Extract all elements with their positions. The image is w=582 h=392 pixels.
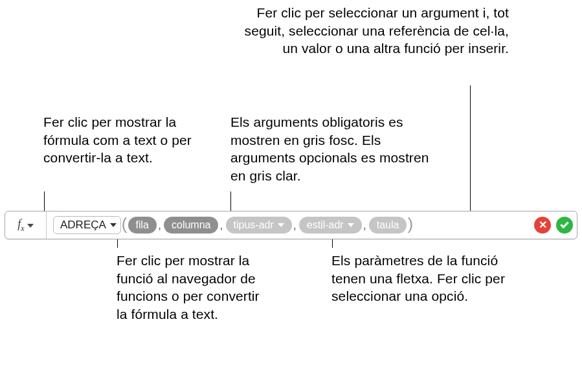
- check-icon: [560, 220, 568, 228]
- leader-line: [470, 85, 471, 212]
- leader-line: [230, 191, 231, 213]
- arg-label: tipus-adr: [234, 219, 274, 231]
- chevron-down-icon: [27, 224, 34, 228]
- formula-actions: ✕: [530, 217, 573, 234]
- arg-token-tipus-adr[interactable]: tipus-adr: [226, 217, 292, 234]
- fx-menu-button[interactable]: fx: [5, 212, 47, 239]
- close-paren: ): [407, 214, 414, 234]
- callout-param-dropdown: Els paràmetres de la funció tenen una fl…: [331, 252, 519, 305]
- callout-arg-insert: Fer clic per seleccionar un argument i, …: [237, 4, 509, 58]
- fx-icon: fx: [17, 218, 24, 232]
- callout-fx-menu: Fer clic per mostrar la fórmula com a te…: [43, 113, 202, 167]
- arg-token-fila[interactable]: fila: [128, 217, 157, 234]
- arg-token-columna[interactable]: columna: [164, 217, 218, 234]
- arg-separator: ,: [157, 219, 164, 232]
- function-name-token[interactable]: ADREÇA: [53, 216, 121, 234]
- callout-function-browser: Fer clic per mostrar la funció al navega…: [117, 252, 265, 323]
- function-name-label: ADREÇA: [60, 219, 106, 232]
- leader-line: [44, 191, 45, 213]
- chevron-down-icon: [110, 223, 117, 227]
- cancel-button[interactable]: ✕: [534, 217, 551, 234]
- formula-editor-bar: fx ADREÇA ( fila , columna , tipus-adr ,: [5, 211, 577, 239]
- arg-label: fila: [136, 219, 149, 231]
- arg-separator: ,: [362, 219, 369, 232]
- chevron-down-icon: [348, 223, 354, 227]
- chevron-down-icon: [278, 223, 284, 227]
- callout-arg-colors: Els arguments obligatoris es mostren en …: [230, 113, 444, 185]
- close-icon: ✕: [539, 220, 547, 230]
- formula-token-rail[interactable]: ADREÇA ( fila , columna , tipus-adr , es…: [50, 214, 526, 236]
- arg-label: taula: [377, 219, 399, 231]
- arg-separator: ,: [292, 219, 299, 232]
- arg-separator: ,: [218, 219, 225, 232]
- arg-token-taula[interactable]: taula: [369, 217, 407, 234]
- open-paren: (: [121, 214, 128, 234]
- arg-token-estil-adr[interactable]: estil-adr: [299, 217, 362, 234]
- arg-label: estil-adr: [307, 219, 344, 231]
- confirm-button[interactable]: [556, 217, 573, 234]
- arg-label: columna: [172, 219, 210, 231]
